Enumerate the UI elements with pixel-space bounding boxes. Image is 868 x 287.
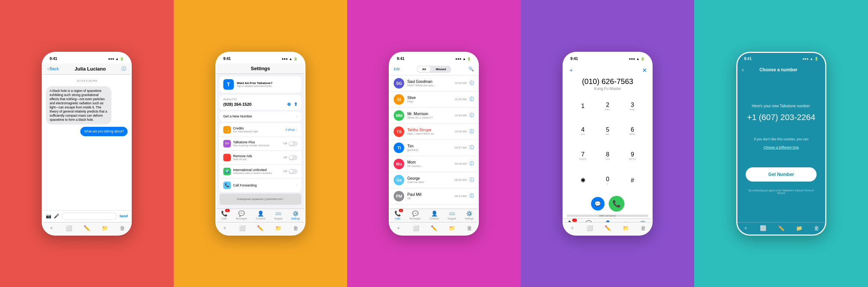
folder-icon-4[interactable]: 📁 xyxy=(623,225,629,231)
compose-icon-3[interactable]: ✏️ xyxy=(431,225,437,231)
trash-icon-2[interactable]: 🗑 xyxy=(293,225,298,231)
contacts-tab[interactable]: 👤 Contacts xyxy=(429,210,439,220)
get-number-button[interactable]: Get Number xyxy=(746,167,817,182)
intl-unlimited-row[interactable]: 🌍 International Unlimited Unlimited call… xyxy=(220,165,301,179)
share-icon-2[interactable]: ⬜ xyxy=(239,225,245,231)
settings-tab-3[interactable]: ⚙️ Settings xyxy=(465,210,474,220)
seg-missed[interactable]: Missed xyxy=(431,66,450,72)
key-3[interactable]: 3DEF xyxy=(621,95,644,118)
settings-ad[interactable]: T Want Ad-Free Talkatone? Tap to disable… xyxy=(220,76,301,93)
key-9[interactable]: 9WXYZ xyxy=(621,144,644,167)
trash-icon-5[interactable]: 🗑 xyxy=(814,225,819,231)
add-icon-5[interactable]: ＋ xyxy=(743,225,748,231)
share-icon-4[interactable]: ⬜ xyxy=(587,225,593,231)
date-label: 3/7/19 4:35 PM xyxy=(46,79,128,83)
dialer-message-button[interactable]: 💬 xyxy=(591,197,605,210)
calls-tab[interactable]: 📞 Calls xyxy=(394,210,401,220)
add-icon-2[interactable]: ＋ xyxy=(222,225,227,231)
get-number-row[interactable]: Get a New Number › xyxy=(220,111,301,122)
key-8[interactable]: 8TUV xyxy=(596,144,619,167)
trash-icon-4[interactable]: 🗑 xyxy=(641,225,646,231)
send-button[interactable]: Send xyxy=(119,214,128,218)
choose-different-button[interactable]: Choose a Different One xyxy=(763,146,799,149)
key-0[interactable]: 0+ xyxy=(596,169,619,192)
call-row-3[interactable]: TS Talitha Stinger Nah, I don't think so… xyxy=(390,124,478,140)
talkatone-plus-row[interactable]: T+ Talkatone Plus Non-expiring number an… xyxy=(220,137,301,151)
folder-icon[interactable]: 📁 xyxy=(102,225,108,231)
key-hash[interactable]: # xyxy=(621,169,644,192)
info-icon-0[interactable]: ⓘ xyxy=(469,80,474,86)
share-icon-3[interactable]: ⬜ xyxy=(413,225,419,231)
key-1[interactable]: 1 xyxy=(571,95,594,118)
tab-settings[interactable]: ⚙️ Settings xyxy=(291,210,300,220)
folder-icon-2[interactable]: 📁 xyxy=(275,225,281,231)
received-bubble: A black hole is a region of spacetime ex… xyxy=(46,86,111,125)
call-row-2[interactable]: MM Mr. Morrison What do u mean?? 10:34 A… xyxy=(390,108,478,124)
tab-keypad[interactable]: ⌨️ Keypad xyxy=(274,210,282,220)
add-icon-4[interactable]: ＋ xyxy=(570,225,575,231)
info-button[interactable]: ⓘ xyxy=(122,66,126,72)
settings-bottom-nav: 📞 Calls 💬 Messages 👤 Contacts ⌨️ Keypad … xyxy=(217,209,304,222)
call-row-7[interactable]: PM Paul Mill ok 08:14 AM ⓘ xyxy=(390,188,478,204)
contact-name: Julia Luciano xyxy=(59,66,122,72)
tab-messages[interactable]: 💬 Messages xyxy=(236,210,247,220)
key-star[interactable]: ✱ xyxy=(571,169,594,192)
compose-icon-5[interactable]: ✏️ xyxy=(778,225,784,231)
tab-contacts[interactable]: 👤 Contacts xyxy=(256,210,266,220)
keypad-tab[interactable]: ⌨️ Keypad xyxy=(448,210,456,220)
share-icon-5[interactable]: ⬜ xyxy=(760,225,766,231)
trash-icon[interactable]: 🗑 xyxy=(120,225,125,231)
search-calls-icon[interactable]: 🔍 xyxy=(468,66,474,72)
call-row-6[interactable]: Ge George Call me later 08:35 AM ⓘ xyxy=(390,172,478,188)
trash-icon-3[interactable]: 🗑 xyxy=(467,225,472,231)
key-4[interactable]: 4GHI xyxy=(571,119,594,143)
remove-ads-toggle[interactable] xyxy=(289,155,298,160)
call-row-1[interactable]: St Stive Hey! 10:50 AM ⓘ xyxy=(390,92,478,108)
mic-icon[interactable]: 🎤 xyxy=(54,213,59,219)
number-display: (928) 264-1520 ⊕ ⬆ xyxy=(223,102,298,107)
add-icon-3[interactable]: ＋ xyxy=(396,225,401,231)
info-icon-2[interactable]: ⓘ xyxy=(469,112,474,119)
credits-row[interactable]: 💰 Credits For international calls 0 (Buy… xyxy=(220,123,301,137)
copy-icon[interactable]: ⊕ xyxy=(287,102,291,107)
info-icon-3[interactable]: ⓘ xyxy=(469,128,474,135)
key-7[interactable]: 7PQRS xyxy=(571,144,594,167)
info-icon-4[interactable]: ⓘ xyxy=(469,144,474,151)
dialer-calls-tab[interactable]: 📞 Calls xyxy=(568,220,575,222)
call-forwarding-row[interactable]: 📞 Call Forwarding › xyxy=(220,179,301,192)
seg-all[interactable]: All xyxy=(418,66,430,72)
compose-icon[interactable]: ✏️ xyxy=(84,225,90,231)
share-number-icon[interactable]: ⬆ xyxy=(294,102,298,107)
dialer-close-icon[interactable]: ✕ xyxy=(642,67,647,74)
messages-tab[interactable]: 💬 Messages xyxy=(409,210,421,220)
info-icon-1[interactable]: ⓘ xyxy=(469,96,474,102)
call-row-4[interactable]: Ti Tim [picture] 09:57 AM ⓘ xyxy=(390,140,478,156)
info-icon-7[interactable]: ⓘ xyxy=(469,193,474,199)
camera-icon[interactable]: 📷 xyxy=(46,213,51,219)
dialer-add-icon[interactable]: ＋ xyxy=(568,66,574,74)
key-6[interactable]: 6MNO xyxy=(621,119,644,143)
get-new-number-row[interactable]: Get a New Number › xyxy=(220,111,301,122)
remove-ads-row[interactable]: 🚫 Remove Ads Hide all ads Off xyxy=(220,151,301,165)
info-icon-5[interactable]: ⓘ xyxy=(469,161,474,167)
key-5[interactable]: 5JKL xyxy=(596,119,619,143)
call-row-5[interactable]: Mo Mom Of course... 09:45 AM ⓘ xyxy=(390,156,478,172)
back-button[interactable]: ‹ Back xyxy=(47,66,59,71)
tab-calls[interactable]: 📞 Calls xyxy=(221,210,227,220)
compose-icon-4[interactable]: ✏️ xyxy=(605,225,611,231)
message-input[interactable] xyxy=(62,213,117,220)
settings-tab-icon-3: ⚙️ xyxy=(466,210,472,216)
compose-icon-2[interactable]: ✏️ xyxy=(257,225,263,231)
talkatone-plus-toggle[interactable] xyxy=(289,141,298,146)
edit-button[interactable]: Edit xyxy=(394,67,400,71)
dialer-call-button[interactable]: 📞 xyxy=(609,196,624,212)
number-user-label: Andrey P21 xyxy=(223,98,298,101)
share-icon[interactable]: ⬜ xyxy=(66,225,72,231)
intl-toggle[interactable] xyxy=(289,169,298,174)
call-row-0[interactable]: SG Saul Goodman Huh? What are you... 10:… xyxy=(390,75,478,92)
folder-icon-5[interactable]: 📁 xyxy=(796,225,802,231)
folder-icon-3[interactable]: 📁 xyxy=(449,225,455,231)
add-icon[interactable]: ＋ xyxy=(49,225,54,231)
key-2[interactable]: 2ABC xyxy=(596,95,619,118)
info-icon-6[interactable]: ⓘ xyxy=(469,177,474,183)
